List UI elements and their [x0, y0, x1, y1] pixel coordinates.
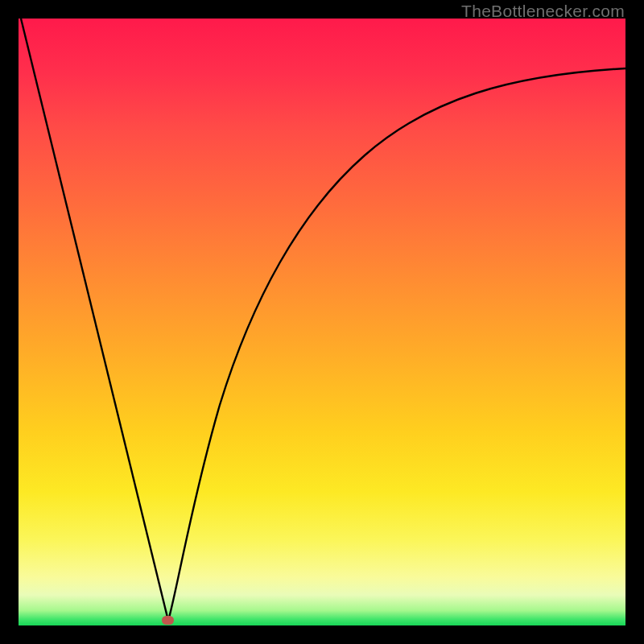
curve-right-branch: [168, 68, 625, 621]
chart-frame: TheBottlenecker.com: [0, 0, 644, 644]
curve-left-branch: [21, 19, 168, 621]
min-marker: [162, 616, 174, 625]
bottleneck-curve: [19, 19, 625, 625]
plot-area: [19, 19, 625, 625]
attribution-text: TheBottlenecker.com: [461, 2, 625, 21]
